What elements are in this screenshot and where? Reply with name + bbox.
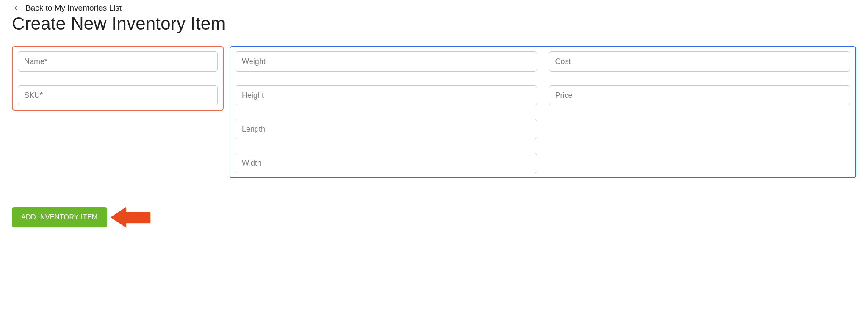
length-field[interactable]: [236, 119, 537, 139]
width-field[interactable]: [236, 153, 537, 173]
height-field[interactable]: [236, 85, 537, 105]
add-inventory-item-button[interactable]: ADD INVENTORY ITEM: [12, 207, 107, 227]
header-divider: [0, 40, 868, 40]
name-field[interactable]: [18, 51, 218, 72]
optional-fields-group: [230, 46, 856, 178]
back-link[interactable]: Back to My Inventories List: [12, 3, 122, 13]
dimensions-column: [236, 51, 537, 173]
form-row: [12, 46, 856, 178]
required-fields-group: [12, 46, 224, 111]
price-field[interactable]: [549, 85, 851, 105]
page-title: Create New Inventory Item: [12, 14, 856, 34]
callout-arrow-icon: [113, 208, 150, 226]
weight-field[interactable]: [236, 51, 537, 72]
cost-field[interactable]: [549, 51, 851, 72]
sku-field[interactable]: [18, 85, 218, 105]
pricing-column: [549, 51, 851, 173]
arrow-left-icon: [14, 4, 21, 12]
back-link-label: Back to My Inventories List: [25, 3, 122, 13]
actions-row: ADD INVENTORY ITEM: [12, 207, 856, 227]
